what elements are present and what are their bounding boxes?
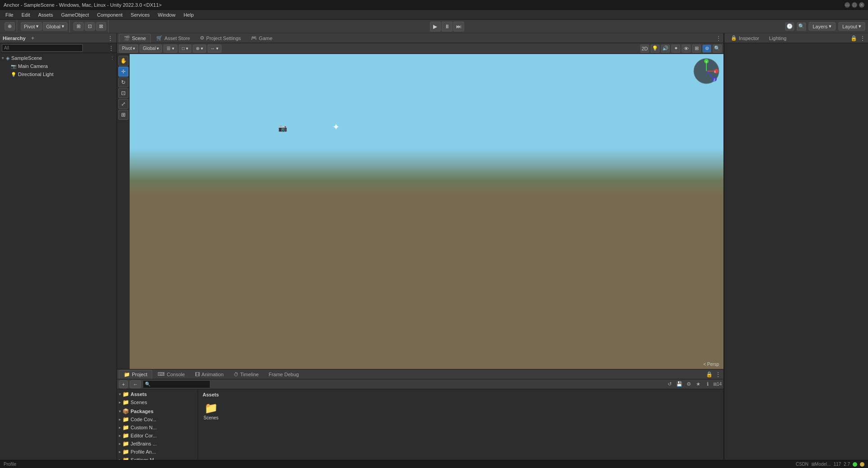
menu-item-component[interactable]: Component xyxy=(93,11,126,18)
menu-item-services[interactable]: Services xyxy=(127,11,153,18)
editorcor-folder[interactable]: ▸ 📁 Editor Cor... xyxy=(117,432,198,440)
scene-visibility[interactable]: 👁 xyxy=(682,45,691,53)
right-panel-controls: 🔒 ⋮ xyxy=(850,35,866,42)
lighting-toggle[interactable]: 💡 xyxy=(651,45,660,53)
tab-project-settings[interactable]: ⚙ Project Settings xyxy=(195,34,245,43)
pivot-button[interactable]: Pivot ▾ xyxy=(21,22,42,31)
rect-tool[interactable]: ⊡ xyxy=(118,88,128,98)
scene-view[interactable]: ✋ ✛ ↻ ⊡ ⤢ ⊞ 📷 ✦ X xyxy=(117,54,723,369)
search-toolbar-button[interactable]: 🔍 xyxy=(797,22,806,31)
right-panel: 🔒 Inspector Lighting 🔒 ⋮ xyxy=(724,33,868,468)
grid-layout-btn[interactable]: ☰ ▾ xyxy=(163,45,177,53)
project-star-button[interactable]: ★ xyxy=(694,381,702,388)
transform-handle-button[interactable]: ⊕ xyxy=(5,22,15,31)
right-more-button[interactable]: ⋮ xyxy=(859,35,866,42)
gizmos-toggle[interactable]: ⊛ xyxy=(702,45,711,53)
tab-inspector[interactable]: 🔒 Inspector xyxy=(726,34,764,43)
scenes-asset-label: Scenes xyxy=(203,415,218,420)
maximize-button[interactable]: □ xyxy=(852,2,857,8)
codecov-folder[interactable]: ▸ 📁 Code Cov... xyxy=(117,415,198,423)
create-asset-button[interactable]: + xyxy=(119,380,128,388)
project-info-button[interactable]: ℹ xyxy=(704,381,712,388)
pause-button[interactable]: ⏸ xyxy=(442,22,452,32)
customn-folder[interactable]: ▸ 📁 Custom N... xyxy=(117,423,198,432)
hierarchy-add-button[interactable]: + xyxy=(29,35,36,42)
step-button[interactable]: ⏭ xyxy=(453,22,464,32)
hand-tool[interactable]: ✋ xyxy=(118,56,128,66)
right-lock-button[interactable]: 🔒 xyxy=(850,35,857,42)
hierarchy-search-input[interactable] xyxy=(2,44,83,52)
menu-item-assets[interactable]: Assets xyxy=(35,11,57,18)
tab-asset-store[interactable]: 🛒 Asset Store xyxy=(152,34,194,43)
game-tab-icon: 🎮 xyxy=(251,35,257,41)
hierarchy-scene-item[interactable]: ▾ ◈ SampleScene ⋮ xyxy=(0,54,117,62)
view-button[interactable]: ⊠ xyxy=(96,22,106,31)
project-filter-button[interactable]: ⚙ xyxy=(685,381,693,388)
project-back-button[interactable]: ← xyxy=(130,380,141,388)
tab-project[interactable]: 📁 Project xyxy=(119,370,152,379)
scene-tab-bar: 🎬 Scene 🛒 Asset Store ⚙ Project Settings… xyxy=(117,33,723,43)
menu-item-gameobject[interactable]: GameObject xyxy=(58,11,93,18)
global-button[interactable]: Global ▾ xyxy=(43,22,68,31)
scene-toolbar-right: 2D 💡 🔊 ✦ 👁 ⊞ ⊛ 🔍 xyxy=(640,45,722,53)
tab-animation[interactable]: 🎞 Animation xyxy=(190,370,228,379)
rotate-tool[interactable]: ↻ xyxy=(118,77,128,87)
packages-root-item[interactable]: ▾ 📦 Packages xyxy=(117,407,198,415)
snap-button[interactable]: ⊡ xyxy=(85,22,95,31)
project-refresh-button[interactable]: ↺ xyxy=(666,381,674,388)
effects-btn[interactable]: ↔ ▾ xyxy=(208,45,222,53)
bottom-more-button[interactable]: ⋮ xyxy=(714,371,722,378)
history-button[interactable]: 🕑 xyxy=(785,22,794,31)
scenes-asset-item[interactable]: 📁 Scenes xyxy=(202,400,220,422)
menu-item-edit[interactable]: Edit xyxy=(18,11,34,18)
hierarchy-more-button[interactable]: ⋮ xyxy=(107,35,114,42)
2d-toggle[interactable]: 2D xyxy=(640,45,649,53)
scene-toolbar: Pivot ▾ Global ▾ ☰ ▾ □ ▾ ⊕ ▾ ↔ ▾ 2D 💡 🔊 … xyxy=(117,43,723,54)
hierarchy-search-options[interactable]: ⋮ xyxy=(108,45,115,52)
hierarchy-camera-item[interactable]: 📷 Main Camera xyxy=(0,62,117,70)
jetbrains-folder[interactable]: ▸ 📁 JetBrains ... xyxy=(117,440,198,448)
play-button[interactable]: ▶ xyxy=(430,22,441,32)
tab-lighting[interactable]: Lighting xyxy=(764,34,791,43)
profilean-folder[interactable]: ▸ 📁 Profile An... xyxy=(117,448,198,456)
pivot-dropdown[interactable]: Pivot ▾ xyxy=(119,45,138,53)
profilean-label: Profile An... xyxy=(131,449,156,454)
audio-toggle[interactable]: 🔊 xyxy=(661,45,670,53)
customn-label: Custom N... xyxy=(131,425,157,430)
transform-tool[interactable]: ⊞ xyxy=(118,110,128,120)
search-scene[interactable]: 🔍 xyxy=(713,45,722,53)
tab-frame-debug[interactable]: Frame Debug xyxy=(264,370,303,379)
grid-button[interactable]: ⊞ xyxy=(73,22,84,31)
menu-item-help[interactable]: Help xyxy=(180,11,198,18)
scenes-folder-item[interactable]: ▸ 📁 Scenes xyxy=(117,398,198,406)
minimize-button[interactable]: — xyxy=(845,2,850,8)
scale-tool[interactable]: ⤢ xyxy=(118,99,128,109)
view-options-btn[interactable]: □ ▾ xyxy=(179,45,191,53)
move-tool[interactable]: ✛ xyxy=(118,67,128,76)
customn-icon: 📁 xyxy=(122,424,129,431)
layers-dropdown[interactable]: Layers ▾ xyxy=(809,22,836,31)
tab-console[interactable]: ⌨ Console xyxy=(153,370,189,379)
hierarchy-light-item[interactable]: 💡 Directional Light xyxy=(0,70,117,78)
tab-game[interactable]: 🎮 Game xyxy=(246,34,277,43)
center-panel: 🎬 Scene 🛒 Asset Store ⚙ Project Settings… xyxy=(117,33,724,468)
bottom-lock-button[interactable]: 🔒 xyxy=(705,371,713,378)
grid-toggle[interactable]: ⊞ xyxy=(692,45,701,53)
timeline-tab-icon: ⏱ xyxy=(234,372,239,377)
global-dropdown[interactable]: Global ▾ xyxy=(140,45,162,53)
project-search-input[interactable] xyxy=(143,380,210,388)
project-save-button[interactable]: 💾 xyxy=(675,381,683,388)
project-browser-content: ▾ 📁 Assets ▸ 📁 Scenes ▾ 📦 Packages xyxy=(117,389,723,468)
layout-dropdown[interactable]: Layout ▾ xyxy=(838,22,865,31)
render-mode-btn[interactable]: ⊕ ▾ xyxy=(193,45,206,53)
scene-options[interactable]: ⋮ xyxy=(110,55,115,61)
menu-item-file[interactable]: File xyxy=(2,11,17,18)
scene-tabs-more[interactable]: ⋮ xyxy=(715,35,722,42)
tab-timeline[interactable]: ⏱ Timeline xyxy=(229,370,263,379)
tab-scene[interactable]: 🎬 Scene xyxy=(119,34,151,43)
menu-item-window[interactable]: Window xyxy=(154,11,179,18)
assets-root-item[interactable]: ▾ 📁 Assets xyxy=(117,390,198,398)
profilean-arrow: ▸ xyxy=(119,450,121,454)
close-button[interactable]: ✕ xyxy=(859,2,864,8)
fx-toggle[interactable]: ✦ xyxy=(671,45,680,53)
